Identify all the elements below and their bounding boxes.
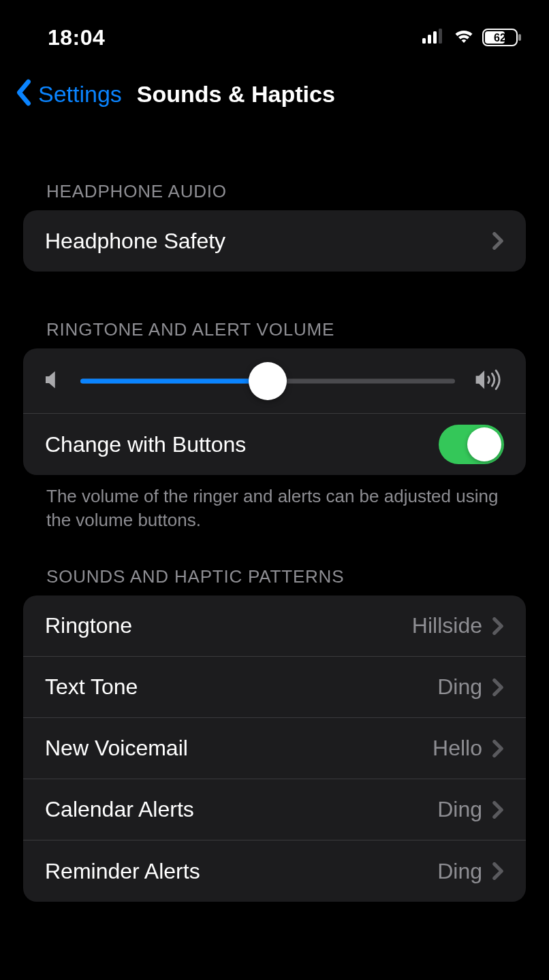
section-header-volume: RINGTONE AND ALERT VOLUME	[23, 319, 526, 348]
svg-rect-2	[433, 31, 437, 44]
change-with-buttons-toggle[interactable]	[439, 425, 504, 464]
change-with-buttons-row: Change with Buttons	[23, 414, 526, 475]
row-label: Ringtone	[45, 613, 412, 638]
chevron-right-icon	[492, 862, 504, 880]
volume-slider[interactable]	[80, 378, 455, 384]
headphone-safety-row[interactable]: Headphone Safety	[23, 210, 526, 272]
row-label: Calendar Alerts	[45, 797, 437, 822]
chevron-right-icon	[492, 801, 504, 819]
row-value: Hillside	[412, 613, 482, 638]
svg-text:62: 62	[494, 32, 506, 44]
wifi-icon	[452, 28, 475, 47]
chevron-right-icon	[492, 740, 504, 757]
back-button[interactable]: Settings	[38, 81, 122, 108]
row-value: Ding	[437, 797, 482, 822]
row-label: New Voicemail	[45, 736, 433, 761]
calendar-alerts-row[interactable]: Calendar Alerts Ding	[23, 779, 526, 840]
chevron-right-icon	[492, 679, 504, 696]
row-label: Text Tone	[45, 674, 437, 700]
slider-thumb[interactable]	[249, 362, 287, 400]
row-label: Reminder Alerts	[45, 859, 437, 884]
ringtone-row[interactable]: Ringtone Hillside	[23, 595, 526, 657]
group-headphone-audio: Headphone Safety	[23, 210, 526, 272]
speaker-low-icon	[44, 370, 61, 393]
row-value: Ding	[437, 674, 482, 700]
group-patterns: Ringtone Hillside Text Tone Ding New Voi…	[23, 595, 526, 902]
battery-icon: 62	[482, 29, 522, 46]
section-header-headphone-audio: HEADPHONE AUDIO	[23, 181, 526, 210]
row-value: Ding	[437, 859, 482, 884]
group-volume: Change with Buttons	[23, 348, 526, 475]
reminder-alerts-row[interactable]: Reminder Alerts Ding	[23, 840, 526, 902]
svg-rect-3	[439, 29, 442, 44]
speaker-high-icon	[474, 368, 505, 394]
section-footer-volume: The volume of the ringer and alerts can …	[23, 475, 526, 532]
svg-rect-1	[428, 35, 431, 44]
volume-slider-row	[23, 348, 526, 414]
status-bar: 18:04 62	[0, 0, 549, 61]
svg-rect-0	[422, 38, 426, 44]
chevron-right-icon	[492, 232, 504, 250]
navigation-bar: Settings Sounds & Haptics	[0, 61, 549, 127]
new-voicemail-row[interactable]: New Voicemail Hello	[23, 718, 526, 779]
back-chevron-icon[interactable]	[12, 79, 35, 109]
section-header-patterns: SOUNDS AND HAPTIC PATTERNS	[23, 566, 526, 595]
row-label: Change with Buttons	[45, 432, 439, 457]
cellular-icon	[422, 29, 445, 46]
row-label: Headphone Safety	[45, 229, 492, 254]
status-time: 18:04	[48, 25, 105, 50]
svg-rect-6	[518, 34, 521, 41]
text-tone-row[interactable]: Text Tone Ding	[23, 657, 526, 718]
page-title: Sounds & Haptics	[137, 81, 335, 108]
row-value: Hello	[433, 736, 482, 761]
status-indicators: 62	[422, 28, 522, 47]
chevron-right-icon	[492, 617, 504, 635]
